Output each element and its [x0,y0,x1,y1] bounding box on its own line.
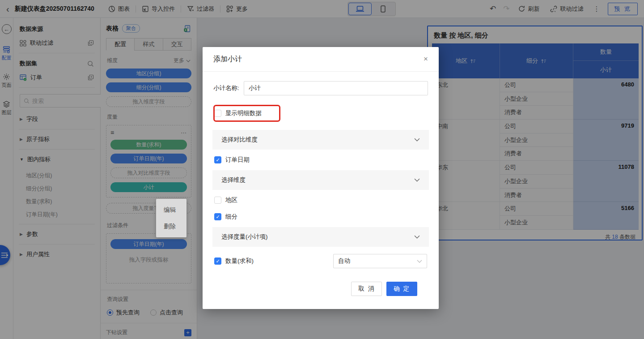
chevron-down-icon [417,260,422,263]
cancel-button[interactable]: 取 消 [351,282,382,296]
subtotal-name-input[interactable] [244,81,428,95]
quantity-label: 数量(求和) [225,257,254,265]
segment-checkbox[interactable] [214,213,221,220]
section-compare-dimensions[interactable]: 选择对比维度 [212,130,429,150]
measure-option-quantity: 数量(求和) 自动 [213,247,428,268]
segment-label: 细分 [225,213,237,221]
compare-option-orderdate: 订单日期 [213,150,428,170]
section-measures-label: 选择度量(小计项) [221,233,268,241]
orderdate-label: 订单日期 [225,156,250,164]
add-subtotal-modal: 添加小计 × 小计名称: 显示明细数据 选择对比维度 订单日期 选择维度 [203,47,439,309]
section-dimensions-label: 选择维度 [221,176,246,184]
subtotal-context-menu: 编辑 删除 [156,199,186,237]
section-dimensions[interactable]: 选择维度 [212,170,429,190]
aggregation-value: 自动 [338,257,350,265]
quantity-checkbox[interactable] [214,257,221,265]
aggregation-select[interactable]: 自动 [333,254,427,268]
show-detail-row: 显示明细数据 [213,105,280,122]
ok-button[interactable]: 确 定 [386,282,417,296]
region-label: 地区 [225,196,237,204]
section-measures[interactable]: 选择度量(小计项) [212,227,429,247]
close-icon[interactable]: × [424,55,428,64]
context-menu-edit[interactable]: 编辑 [156,202,186,218]
chevron-down-icon [414,138,420,142]
dim-option-region: 地区 [213,190,428,207]
show-detail-checkbox[interactable] [214,110,221,117]
chevron-down-icon [414,178,420,182]
context-menu-delete[interactable]: 删除 [156,218,186,235]
show-detail-label: 显示明细数据 [225,109,262,117]
modal-title: 添加小计 [213,55,242,64]
chevron-down-icon [414,235,420,239]
subtotal-name-label: 小计名称: [213,84,239,92]
orderdate-checkbox[interactable] [214,156,221,163]
dim-option-segment: 细分 [213,207,428,227]
region-checkbox[interactable] [214,197,221,204]
section-compare-label: 选择对比维度 [221,136,258,144]
